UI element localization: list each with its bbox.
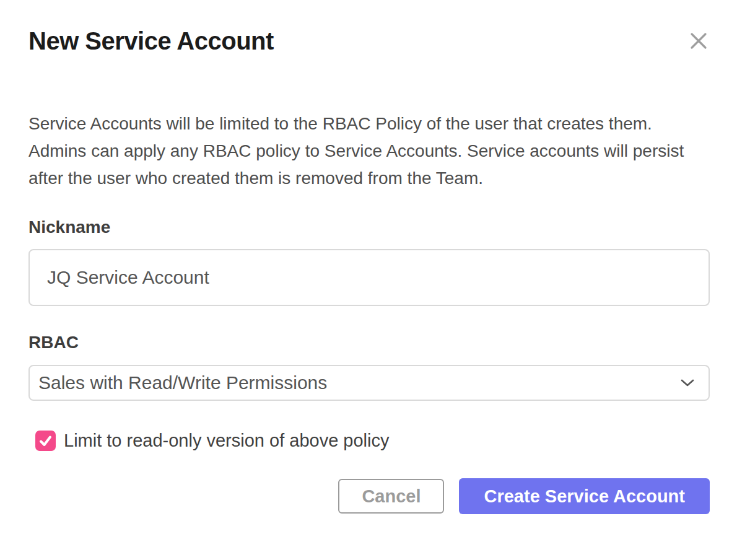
create-service-account-button[interactable]: Create Service Account	[459, 478, 710, 514]
chevron-down-icon	[680, 378, 695, 387]
close-button[interactable]	[685, 27, 712, 55]
modal-description: Service Accounts will be limited to the …	[28, 110, 710, 192]
read-only-checkbox[interactable]	[35, 431, 56, 451]
rbac-select[interactable]: Sales with Read/Write Permissions	[28, 365, 710, 401]
new-service-account-modal: New Service Account Service Accounts wil…	[0, 0, 737, 560]
rbac-selected-option: Sales with Read/Write Permissions	[38, 372, 327, 393]
read-only-checkbox-label[interactable]: Limit to read-only version of above poli…	[64, 431, 389, 451]
nickname-label: Nickname	[28, 217, 710, 238]
rbac-label: RBAC	[28, 332, 710, 353]
x-icon	[688, 30, 709, 51]
read-only-checkbox-row[interactable]: Limit to read-only version of above poli…	[28, 431, 710, 451]
nickname-input[interactable]	[28, 249, 710, 306]
checkmark-icon	[38, 433, 53, 448]
modal-footer: Cancel Create Service Account	[28, 478, 710, 514]
cancel-button[interactable]: Cancel	[338, 479, 444, 514]
page-title: New Service Account	[28, 0, 710, 56]
